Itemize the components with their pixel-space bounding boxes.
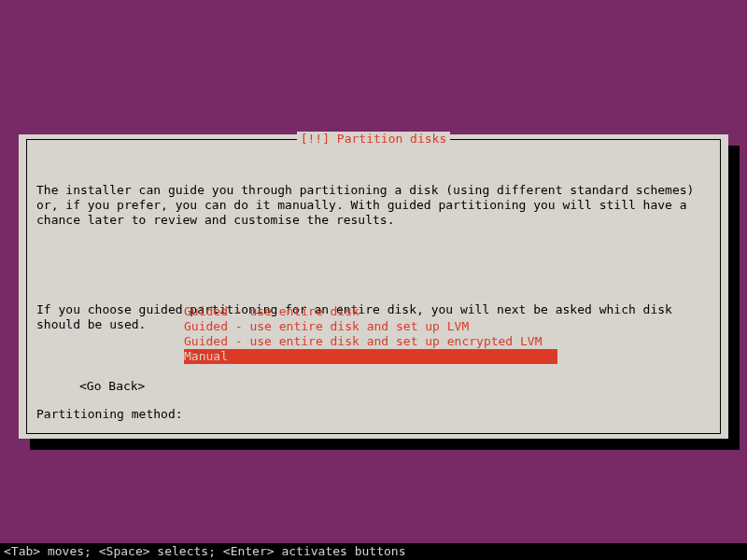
options-list: Guided - use entire disk Guided - use en… <box>184 304 557 364</box>
spacer <box>36 362 711 377</box>
option-manual[interactable]: Manual <box>184 349 557 364</box>
dialog-title: [!!] Partition disks <box>297 132 451 147</box>
partition-dialog: [!!] Partition disks The installer can g… <box>19 134 728 439</box>
option-guided-lvm[interactable]: Guided - use entire disk and set up LVM <box>184 319 557 334</box>
option-guided-encrypted-lvm[interactable]: Guided - use entire disk and set up encr… <box>184 334 557 349</box>
method-label: Partitioning method: <box>36 407 711 422</box>
go-back-button[interactable]: <Go Back> <box>79 379 145 394</box>
footer-help: <Tab> moves; <Space> selects; <Enter> ac… <box>0 543 747 560</box>
dialog-content: The installer can guide you through part… <box>36 153 711 452</box>
option-guided-entire-disk[interactable]: Guided - use entire disk <box>184 304 557 319</box>
spacer <box>36 258 711 273</box>
dialog-paragraph-1: The installer can guide you through part… <box>36 183 711 228</box>
dialog-title-wrap: [!!] Partition disks <box>27 132 720 147</box>
dialog-border: [!!] Partition disks The installer can g… <box>26 139 721 434</box>
